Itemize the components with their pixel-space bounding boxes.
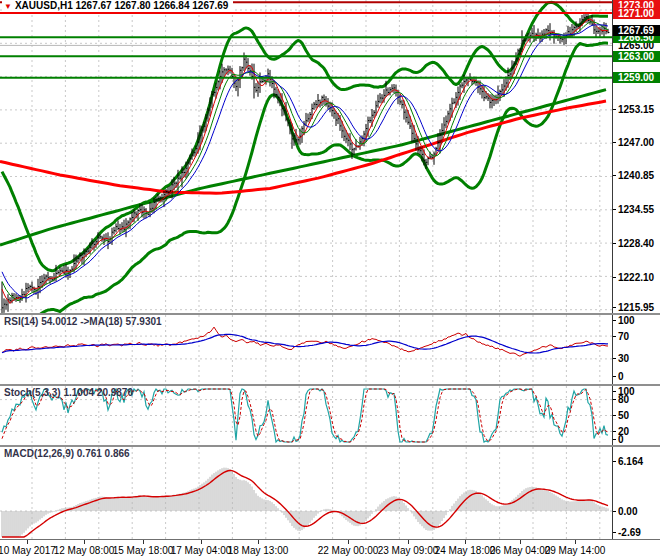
stochastic-label: Stoch(5,3,3) 1.1004 20.9870 bbox=[4, 387, 133, 398]
time-axis-label: 12 May 08:00 bbox=[54, 545, 115, 556]
time-tick bbox=[84, 540, 85, 544]
time-axis-label: 15 May 18:00 bbox=[113, 545, 174, 556]
stochastic-axis: 1008050200 bbox=[612, 386, 660, 445]
time-tick bbox=[408, 540, 409, 544]
scale-label: 0.00 bbox=[613, 506, 660, 517]
scale-label: 0 bbox=[613, 371, 660, 382]
time-tick bbox=[575, 540, 576, 544]
time-axis[interactable]: 10 May 201712 May 08:0015 May 18:0017 Ma… bbox=[0, 540, 660, 560]
scale-label: 30 bbox=[613, 353, 660, 364]
time-axis-label: 24 May 18:00 bbox=[435, 545, 496, 556]
price-axis[interactable]: 1273.001271.001265.001266.501263.001259.… bbox=[612, 0, 660, 313]
chart-title: ▼XAUUSD,H1 1267.67 1267.80 1266.84 1267.… bbox=[2, 0, 233, 12]
price-axis-label: 1234.55 bbox=[613, 204, 660, 215]
price-axis-label: 1267.69 bbox=[613, 25, 660, 36]
symbol-dropdown-icon[interactable]: ▼ bbox=[4, 2, 12, 11]
time-tick bbox=[520, 540, 521, 544]
macd-panel: 6.1640.00-2.69 MACD(12,26,9) 0.761 0.866 bbox=[0, 447, 660, 539]
price-chart-canvas[interactable] bbox=[0, 0, 612, 313]
macd-chart-canvas[interactable] bbox=[0, 447, 612, 539]
price-axis-label: 1259.00 bbox=[613, 72, 660, 83]
time-axis-label: 17 May 04:00 bbox=[171, 545, 232, 556]
time-axis-label: 10 May 2017 bbox=[0, 545, 56, 556]
time-axis-label: 26 May 04:00 bbox=[490, 545, 551, 556]
price-axis-label: 1247.00 bbox=[613, 137, 660, 148]
rsi-panel: 10070300 RSI(14) 54.0012 ->MA(18) 57.930… bbox=[0, 315, 660, 384]
scale-label: 70 bbox=[613, 331, 660, 342]
macd-axis: 6.1640.00-2.69 bbox=[612, 447, 660, 539]
scale-label: 100 bbox=[613, 315, 660, 326]
price-axis-label: 1271.00 bbox=[613, 8, 660, 19]
price-axis-label: 1263.00 bbox=[613, 51, 660, 62]
time-tick bbox=[465, 540, 466, 544]
scale-label: 6.164 bbox=[613, 456, 660, 467]
price-axis-label: 1215.95 bbox=[613, 302, 660, 313]
scale-label: -2.69 bbox=[613, 527, 660, 538]
stochastic-panel: 1008050200 Stoch(5,3,3) 1.1004 20.9870 bbox=[0, 386, 660, 445]
scale-label: 0 bbox=[613, 434, 660, 445]
scale-label: 50 bbox=[613, 410, 660, 421]
scale-label: 80 bbox=[613, 394, 660, 405]
time-axis-label: 18 May 13:00 bbox=[228, 545, 289, 556]
time-tick bbox=[258, 540, 259, 544]
rsi-axis: 10070300 bbox=[612, 315, 660, 384]
symbol-ohlc-label: XAUUSD,H1 1267.67 1267.80 1266.84 1267.6… bbox=[15, 0, 229, 11]
trading-chart-window: 1273.001271.001265.001266.501263.001259.… bbox=[0, 0, 660, 560]
macd-label: MACD(12,26,9) 0.761 0.866 bbox=[4, 448, 130, 459]
time-tick bbox=[27, 540, 28, 544]
time-axis-label: 23 May 09:00 bbox=[378, 545, 439, 556]
time-tick bbox=[348, 540, 349, 544]
main-price-panel: 1273.001271.001265.001266.501263.001259.… bbox=[0, 0, 660, 313]
time-tick bbox=[143, 540, 144, 544]
price-axis-label: 1222.10 bbox=[613, 272, 660, 283]
rsi-label: RSI(14) 54.0012 ->MA(18) 57.9301 bbox=[4, 316, 162, 327]
time-axis-label: 22 May 00:00 bbox=[318, 545, 379, 556]
price-axis-label: 1228.40 bbox=[613, 238, 660, 249]
price-axis-label: 1240.85 bbox=[613, 170, 660, 181]
time-tick bbox=[201, 540, 202, 544]
time-axis-label: 29 May 14:00 bbox=[545, 545, 606, 556]
price-axis-label: 1253.15 bbox=[613, 104, 660, 115]
